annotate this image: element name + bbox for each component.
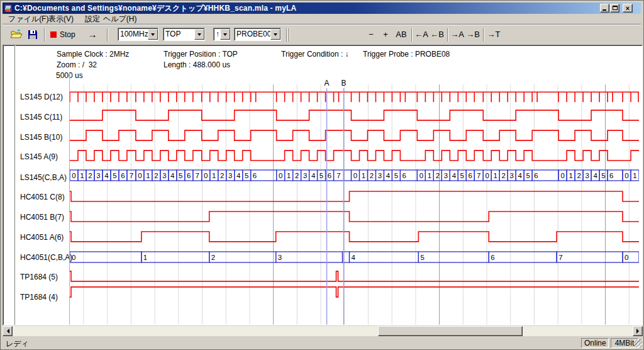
channel-label: HC4051 A(6) bbox=[20, 232, 70, 242]
waveform-area[interactable]: 0123456701234567012345601234567012345601… bbox=[69, 72, 639, 325]
app-icon bbox=[4, 4, 13, 13]
signal-trace bbox=[70, 271, 639, 281]
bus-value: 6 bbox=[534, 172, 538, 179]
bus-value: 3 bbox=[228, 172, 232, 179]
dropdown-button[interactable] bbox=[148, 29, 158, 40]
bus-value: 7 bbox=[558, 254, 562, 261]
goto-b-right-button[interactable]: →B bbox=[466, 28, 480, 41]
goto-a-left-button[interactable]: ←A bbox=[414, 28, 428, 41]
chevron-down-icon bbox=[274, 33, 277, 38]
trigger-edge-value: ↑ bbox=[214, 29, 220, 40]
online-status-badge: Online bbox=[581, 338, 609, 348]
toolbar-separator bbox=[289, 28, 290, 42]
bus-value: 4 bbox=[352, 254, 356, 261]
signal-trace bbox=[70, 232, 639, 242]
bus-value: 0 bbox=[72, 254, 75, 261]
toolbar-separator bbox=[107, 28, 108, 42]
bus-value: 2 bbox=[211, 254, 215, 261]
bus-value: 6 bbox=[187, 172, 191, 179]
bus-value: 5 bbox=[460, 172, 464, 179]
bus-value: 3 bbox=[162, 172, 166, 179]
bus-cell bbox=[344, 170, 352, 181]
bus-value: 1 bbox=[143, 254, 147, 261]
trigger-probe-select[interactable]: PROBE00 bbox=[234, 28, 281, 41]
status-bar: レディ Online 4MBit bbox=[3, 337, 643, 349]
sample-clock-value: 100MHz bbox=[118, 29, 148, 40]
dropdown-button[interactable] bbox=[270, 29, 280, 40]
horizontal-scrollbar[interactable] bbox=[3, 326, 643, 336]
trigger-edge-select[interactable]: ↑ bbox=[213, 28, 231, 41]
dropdown-button[interactable] bbox=[194, 29, 204, 40]
bus-value: 0 bbox=[625, 172, 628, 179]
channel-label: LS145 C(11) bbox=[20, 112, 70, 122]
zoom-out-button[interactable]: − bbox=[365, 28, 377, 41]
toolbar-separator bbox=[286, 28, 287, 42]
open-folder-icon bbox=[10, 30, 23, 40]
open-file-button[interactable] bbox=[9, 28, 24, 42]
menu-item-1[interactable]: 表示(V) bbox=[47, 14, 75, 24]
channel-label: LS145(C,B,A) bbox=[20, 172, 70, 183]
maximize-button[interactable] bbox=[610, 4, 619, 13]
bus-cell bbox=[142, 252, 209, 262]
bus-value: 5 bbox=[245, 172, 248, 179]
bus-value: 6 bbox=[402, 172, 406, 179]
bus-value: 5 bbox=[601, 172, 605, 179]
scroll-right-button[interactable] bbox=[633, 326, 643, 336]
toolbar-separator bbox=[44, 28, 45, 42]
channel-label: TP1684 (5) bbox=[20, 272, 70, 282]
scrollbar-thumb[interactable] bbox=[378, 326, 523, 336]
menu-item-3[interactable]: ヘルプ(H) bbox=[102, 14, 138, 24]
channel-label: HC4051(C,B,A) bbox=[20, 252, 70, 262]
bus-cell bbox=[209, 252, 276, 262]
resize-grip[interactable] bbox=[634, 339, 642, 347]
bus-value: 5 bbox=[420, 254, 424, 261]
maximize-icon bbox=[613, 6, 618, 10]
goto-trigger-button[interactable]: →T bbox=[486, 28, 501, 41]
save-file-button[interactable] bbox=[25, 28, 40, 42]
close-button[interactable]: × bbox=[623, 4, 633, 13]
bus-value: 2 bbox=[370, 172, 374, 179]
chevron-down-icon bbox=[151, 33, 155, 38]
bus-value: 3 bbox=[585, 172, 589, 179]
triangle-left-icon bbox=[4, 329, 9, 334]
bus-value: 5 bbox=[179, 172, 182, 179]
dropdown-button[interactable] bbox=[220, 29, 230, 40]
bus-value: 5 bbox=[526, 172, 530, 179]
zoom-in-button[interactable]: + bbox=[379, 28, 392, 41]
bus-value: 0 bbox=[486, 172, 489, 179]
signal-trace bbox=[70, 92, 639, 102]
bus-value: 1 bbox=[428, 172, 431, 179]
sample-clock-info: Sample Clock : 2MHz bbox=[57, 50, 129, 59]
panel-gutter-groove bbox=[14, 45, 16, 325]
trigger-position-value: TOP bbox=[164, 29, 194, 40]
sample-clock-select[interactable]: 100MHz bbox=[118, 28, 158, 41]
goto-a-right-button[interactable]: →A bbox=[450, 28, 464, 41]
bus-cell bbox=[70, 252, 142, 262]
bus-value: 0 bbox=[138, 172, 142, 179]
menu-item-0[interactable]: ファイル(F) bbox=[7, 14, 50, 24]
channel-label: TP1684 (4) bbox=[20, 292, 70, 302]
run-button[interactable]: → bbox=[83, 28, 102, 41]
bus-value: 3 bbox=[444, 172, 448, 179]
stop-button[interactable]: Stop bbox=[49, 28, 78, 41]
scroll-left-button[interactable] bbox=[3, 326, 13, 336]
trigger-position-select[interactable]: TOP bbox=[163, 28, 205, 41]
trigger-probe-value: PROBE00 bbox=[235, 29, 270, 40]
bus-value: 0 bbox=[625, 254, 628, 261]
minimize-button[interactable] bbox=[600, 4, 609, 13]
goto-b-left-button[interactable]: ←B bbox=[430, 28, 444, 41]
bus-value: 4 bbox=[311, 172, 316, 179]
bus-cell bbox=[418, 252, 489, 262]
bus-value: 6 bbox=[253, 172, 257, 179]
menu-item-2[interactable]: 設定 bbox=[84, 14, 101, 24]
bus-value: 1 bbox=[633, 172, 636, 179]
bus-value: 7 bbox=[477, 172, 480, 179]
waveform-panel: Sample Clock : 2MHz Zoom : / 32 Trigger … bbox=[3, 45, 643, 325]
zoom-ab-button[interactable]: AB bbox=[393, 28, 409, 41]
bus-value: 0 bbox=[560, 172, 564, 179]
bus-value: 3 bbox=[378, 172, 382, 179]
bus-value: 1 bbox=[569, 172, 572, 179]
bus-value: 2 bbox=[295, 172, 299, 179]
channel-label: LS145 A(9) bbox=[20, 152, 70, 162]
bus-value: 1 bbox=[494, 172, 497, 179]
